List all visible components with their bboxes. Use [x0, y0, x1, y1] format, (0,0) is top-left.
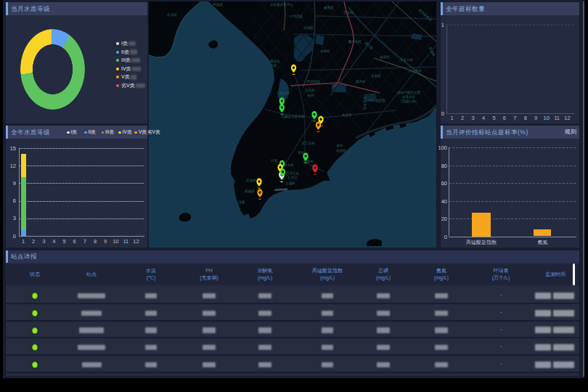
svg-text:滨湖区: 滨湖区: [303, 26, 314, 30]
svg-text:大桥新体育中心: 大桥新体育中心: [270, 3, 294, 7]
svg-text:寿安桥: 寿安桥: [342, 113, 352, 117]
svg-text:新生桥: 新生桥: [284, 163, 294, 167]
svg-text:叶巷: 叶巷: [271, 159, 278, 163]
svg-text:无锡绿湿美术馆: 无锡绿湿美术馆: [281, 114, 305, 119]
svg-text:华庄新剧院: 华庄新剧院: [369, 98, 385, 103]
svg-text:东南大学: 东南大学: [402, 95, 416, 99]
svg-text:惠风桥: 惠风桥: [355, 80, 366, 83]
svg-text:板桥: 板桥: [307, 94, 314, 97]
svg-text:蠡中地区: 蠡中地区: [348, 39, 362, 44]
svg-text:泉桥: 泉桥: [336, 144, 343, 147]
svg-text:越秀路: 越秀路: [324, 5, 334, 10]
svg-text:江南大学: 江南大学: [277, 91, 290, 95]
svg-text:(无锡分校): (无锡分校): [401, 99, 417, 104]
svg-text:天安大桥: 天安大桥: [400, 58, 414, 62]
svg-text:东绛桥: 东绛桥: [320, 49, 330, 53]
